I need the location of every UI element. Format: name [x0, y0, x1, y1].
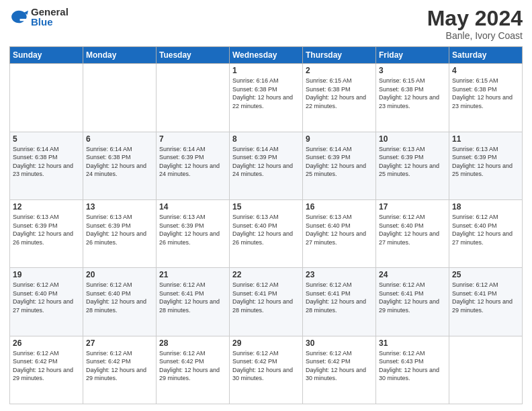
day-info: Sunrise: 6:14 AMSunset: 6:39 PMDaylight:…: [232, 146, 293, 178]
calendar-week-row: 12 Sunrise: 6:13 AMSunset: 6:39 PMDaylig…: [10, 199, 523, 267]
table-row: 3 Sunrise: 6:15 AMSunset: 6:38 PMDayligh…: [376, 64, 449, 132]
calendar-week-row: 1 Sunrise: 6:16 AMSunset: 6:38 PMDayligh…: [10, 64, 523, 132]
table-row: 4 Sunrise: 6:15 AMSunset: 6:38 PMDayligh…: [449, 64, 523, 132]
table-row: 22 Sunrise: 6:12 AMSunset: 6:41 PMDaylig…: [230, 268, 303, 336]
col-tuesday: Tuesday: [157, 47, 230, 64]
header: General Blue May 2024 Banle, Ivory Coast: [9, 7, 523, 41]
day-info: Sunrise: 6:13 AMSunset: 6:39 PMDaylight:…: [86, 214, 146, 246]
logo-icon: [9, 7, 28, 26]
day-number: 7: [159, 134, 226, 144]
day-info: Sunrise: 6:12 AMSunset: 6:42 PMDaylight:…: [159, 350, 220, 382]
table-row: 10 Sunrise: 6:13 AMSunset: 6:39 PMDaylig…: [376, 132, 449, 199]
col-monday: Monday: [83, 47, 157, 64]
day-number: 31: [379, 338, 446, 348]
day-info: Sunrise: 6:15 AMSunset: 6:38 PMDaylight:…: [379, 77, 439, 109]
day-info: Sunrise: 6:12 AMSunset: 6:41 PMDaylight:…: [232, 281, 293, 314]
title-block: May 2024 Banle, Ivory Coast: [427, 7, 523, 41]
table-row: 8 Sunrise: 6:14 AMSunset: 6:39 PMDayligh…: [230, 132, 303, 199]
day-number: 19: [13, 270, 80, 279]
table-row: 11 Sunrise: 6:13 AMSunset: 6:39 PMDaylig…: [449, 132, 523, 199]
calendar-page: General Blue May 2024 Banle, Ivory Coast…: [0, 0, 532, 411]
day-info: Sunrise: 6:14 AMSunset: 6:38 PMDaylight:…: [13, 146, 73, 178]
day-info: Sunrise: 6:12 AMSunset: 6:42 PMDaylight:…: [13, 350, 73, 382]
calendar-table: Sunday Monday Tuesday Wednesday Thursday…: [9, 46, 523, 404]
month-year: May 2024: [427, 7, 523, 30]
table-row: 18 Sunrise: 6:12 AMSunset: 6:40 PMDaylig…: [449, 199, 523, 267]
table-row: 17 Sunrise: 6:12 AMSunset: 6:40 PMDaylig…: [376, 199, 449, 267]
day-info: Sunrise: 6:12 AMSunset: 6:41 PMDaylight:…: [306, 281, 366, 314]
day-number: 25: [452, 270, 519, 279]
day-number: 17: [379, 202, 446, 212]
day-number: 11: [452, 134, 519, 144]
table-row: 5 Sunrise: 6:14 AMSunset: 6:38 PMDayligh…: [10, 132, 83, 199]
col-friday: Friday: [376, 47, 449, 64]
day-info: Sunrise: 6:12 AMSunset: 6:40 PMDaylight:…: [13, 281, 73, 314]
table-row: 13 Sunrise: 6:13 AMSunset: 6:39 PMDaylig…: [83, 199, 157, 267]
table-row: [10, 64, 83, 132]
table-row: 30 Sunrise: 6:12 AMSunset: 6:42 PMDaylig…: [303, 336, 376, 404]
calendar-week-row: 19 Sunrise: 6:12 AMSunset: 6:40 PMDaylig…: [10, 268, 523, 336]
table-row: 7 Sunrise: 6:14 AMSunset: 6:39 PMDayligh…: [157, 132, 230, 199]
day-info: Sunrise: 6:13 AMSunset: 6:39 PMDaylight:…: [379, 146, 439, 178]
day-number: 8: [232, 134, 300, 144]
day-info: Sunrise: 6:13 AMSunset: 6:39 PMDaylight:…: [452, 146, 513, 178]
table-row: 14 Sunrise: 6:13 AMSunset: 6:39 PMDaylig…: [157, 199, 230, 267]
day-info: Sunrise: 6:13 AMSunset: 6:39 PMDaylight:…: [13, 214, 73, 246]
day-info: Sunrise: 6:12 AMSunset: 6:42 PMDaylight:…: [232, 350, 293, 382]
table-row: [449, 336, 523, 404]
day-info: Sunrise: 6:14 AMSunset: 6:38 PMDaylight:…: [86, 146, 146, 178]
day-info: Sunrise: 6:12 AMSunset: 6:43 PMDaylight:…: [379, 350, 439, 382]
day-number: 9: [306, 134, 373, 144]
col-saturday: Saturday: [449, 47, 523, 64]
day-number: 16: [306, 202, 373, 212]
table-row: 23 Sunrise: 6:12 AMSunset: 6:41 PMDaylig…: [303, 268, 376, 336]
day-number: 10: [379, 134, 446, 144]
day-info: Sunrise: 6:12 AMSunset: 6:41 PMDaylight:…: [159, 281, 220, 314]
day-info: Sunrise: 6:12 AMSunset: 6:40 PMDaylight:…: [452, 214, 513, 246]
calendar-week-row: 26 Sunrise: 6:12 AMSunset: 6:42 PMDaylig…: [10, 336, 523, 404]
table-row: 2 Sunrise: 6:15 AMSunset: 6:38 PMDayligh…: [303, 64, 376, 132]
day-info: Sunrise: 6:12 AMSunset: 6:42 PMDaylight:…: [86, 350, 146, 382]
day-info: Sunrise: 6:12 AMSunset: 6:40 PMDaylight:…: [86, 281, 146, 314]
day-info: Sunrise: 6:15 AMSunset: 6:38 PMDaylight:…: [452, 77, 513, 109]
day-number: 20: [86, 270, 153, 279]
table-row: 19 Sunrise: 6:12 AMSunset: 6:40 PMDaylig…: [10, 268, 83, 336]
table-row: 28 Sunrise: 6:12 AMSunset: 6:42 PMDaylig…: [157, 336, 230, 404]
day-number: 13: [86, 202, 153, 212]
day-info: Sunrise: 6:12 AMSunset: 6:40 PMDaylight:…: [379, 214, 439, 246]
table-row: [157, 64, 230, 132]
logo: General Blue: [9, 7, 69, 27]
day-info: Sunrise: 6:12 AMSunset: 6:42 PMDaylight:…: [306, 350, 366, 382]
day-number: 2: [306, 66, 373, 75]
day-number: 28: [159, 338, 226, 348]
day-number: 4: [452, 66, 519, 75]
day-number: 24: [379, 270, 446, 279]
table-row: 21 Sunrise: 6:12 AMSunset: 6:41 PMDaylig…: [157, 268, 230, 336]
day-number: 14: [159, 202, 226, 212]
day-number: 30: [306, 338, 373, 348]
table-row: 29 Sunrise: 6:12 AMSunset: 6:42 PMDaylig…: [230, 336, 303, 404]
col-sunday: Sunday: [10, 47, 83, 64]
day-info: Sunrise: 6:14 AMSunset: 6:39 PMDaylight:…: [159, 146, 220, 178]
day-number: 1: [232, 66, 300, 75]
table-row: 15 Sunrise: 6:13 AMSunset: 6:40 PMDaylig…: [230, 199, 303, 267]
location: Banle, Ivory Coast: [427, 30, 523, 41]
table-row: 20 Sunrise: 6:12 AMSunset: 6:40 PMDaylig…: [83, 268, 157, 336]
col-thursday: Thursday: [303, 47, 376, 64]
day-info: Sunrise: 6:15 AMSunset: 6:38 PMDaylight:…: [306, 77, 366, 109]
day-number: 15: [232, 202, 300, 212]
day-info: Sunrise: 6:12 AMSunset: 6:41 PMDaylight:…: [452, 281, 513, 314]
day-number: 22: [232, 270, 300, 279]
day-number: 12: [13, 202, 80, 212]
day-number: 21: [159, 270, 226, 279]
table-row: 31 Sunrise: 6:12 AMSunset: 6:43 PMDaylig…: [376, 336, 449, 404]
logo-text: General Blue: [31, 7, 69, 27]
table-row: 24 Sunrise: 6:12 AMSunset: 6:41 PMDaylig…: [376, 268, 449, 336]
table-row: 1 Sunrise: 6:16 AMSunset: 6:38 PMDayligh…: [230, 64, 303, 132]
day-info: Sunrise: 6:13 AMSunset: 6:39 PMDaylight:…: [159, 214, 220, 246]
day-info: Sunrise: 6:16 AMSunset: 6:38 PMDaylight:…: [232, 77, 293, 109]
table-row: 25 Sunrise: 6:12 AMSunset: 6:41 PMDaylig…: [449, 268, 523, 336]
table-row: 9 Sunrise: 6:14 AMSunset: 6:39 PMDayligh…: [303, 132, 376, 199]
table-row: 27 Sunrise: 6:12 AMSunset: 6:42 PMDaylig…: [83, 336, 157, 404]
table-row: 16 Sunrise: 6:13 AMSunset: 6:40 PMDaylig…: [303, 199, 376, 267]
